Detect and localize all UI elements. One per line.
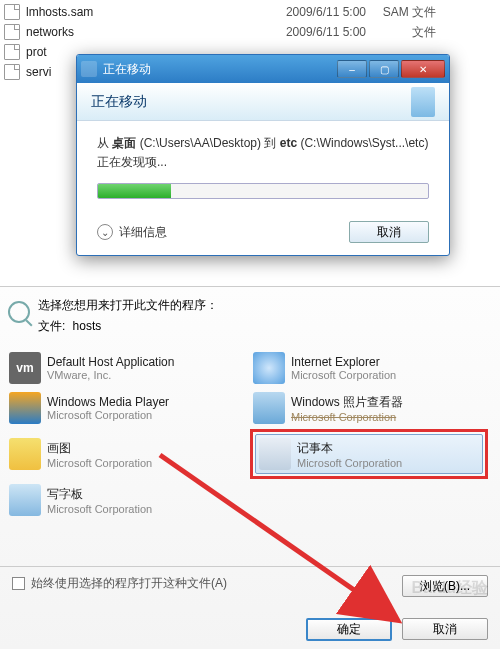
details-label: 详细信息	[119, 224, 167, 241]
dialog-banner: 正在移动	[77, 83, 449, 121]
wmp-icon	[9, 392, 41, 424]
dialog-title: 正在移动	[103, 61, 335, 78]
chevron-down-icon: ⌄	[97, 224, 113, 240]
minimize-button[interactable]: –	[337, 60, 367, 78]
program-windows-photo-viewer[interactable]: Windows 照片查看器Microsoft Corporation	[250, 389, 488, 427]
search-icon	[8, 301, 30, 323]
open-with-file: 文件: hosts	[38, 318, 218, 335]
file-type: SAM 文件	[376, 4, 436, 21]
file-icon	[4, 24, 20, 40]
cancel-button[interactable]: 取消	[402, 618, 488, 640]
program-grid: vm Default Host ApplicationVMware, Inc. …	[0, 343, 500, 523]
file-date: 2009/6/11 5:00	[256, 5, 366, 19]
open-with-prompt: 选择您想用来打开此文件的程序：	[38, 297, 218, 314]
cancel-button[interactable]: 取消	[349, 221, 429, 243]
watermark: Baidu经验	[412, 578, 488, 599]
discovering-text: 正在发现项...	[97, 154, 429, 171]
move-dialog: 正在移动 – ▢ ✕ 正在移动 从 桌面 (C:\Users\AA\Deskto…	[76, 54, 450, 256]
vmware-icon: vm	[9, 352, 41, 384]
file-name: lmhosts.sam	[26, 5, 256, 19]
open-with-header: 选择您想用来打开此文件的程序： 文件: hosts	[0, 287, 500, 343]
close-button[interactable]: ✕	[401, 60, 445, 78]
file-icon	[4, 64, 20, 80]
photo-viewer-icon	[253, 392, 285, 424]
program-wordpad[interactable]: 写字板Microsoft Corporation	[6, 481, 244, 519]
banner-graphic	[411, 87, 435, 117]
move-path-text: 从 桌面 (C:\Users\AA\Desktop) 到 etc (C:\Win…	[97, 135, 429, 152]
paint-icon	[9, 438, 41, 470]
file-icon	[4, 4, 20, 20]
program-default-host-application[interactable]: vm Default Host ApplicationVMware, Inc.	[6, 349, 244, 387]
notepad-icon	[259, 438, 291, 470]
progress-fill	[98, 184, 171, 198]
banner-text: 正在移动	[91, 93, 147, 111]
program-notepad[interactable]: 记事本Microsoft Corporation	[255, 434, 483, 474]
file-date: 2009/6/11 5:00	[256, 25, 366, 39]
details-toggle[interactable]: ⌄ 详细信息	[97, 224, 167, 241]
file-type: 文件	[376, 24, 436, 41]
file-row[interactable]: lmhosts.sam 2009/6/11 5:00 SAM 文件	[4, 2, 496, 22]
file-row[interactable]: networks 2009/6/11 5:00 文件	[4, 22, 496, 42]
ie-icon	[253, 352, 285, 384]
always-use-label: 始终使用选择的程序打开这种文件(A)	[31, 575, 227, 592]
program-paint[interactable]: 画图Microsoft Corporation	[6, 429, 244, 479]
maximize-button[interactable]: ▢	[369, 60, 399, 78]
wordpad-icon	[9, 484, 41, 516]
file-name: networks	[26, 25, 256, 39]
always-use-checkbox[interactable]	[12, 577, 25, 590]
titlebar[interactable]: 正在移动 – ▢ ✕	[77, 55, 449, 83]
dialog-body: 从 桌面 (C:\Users\AA\Desktop) 到 etc (C:\Win…	[77, 121, 449, 213]
program-internet-explorer[interactable]: Internet ExplorerMicrosoft Corporation	[250, 349, 488, 387]
dialog-footer: ⌄ 详细信息 取消	[77, 213, 449, 255]
highlight-frame: 记事本Microsoft Corporation	[250, 429, 488, 479]
program-windows-media-player[interactable]: Windows Media PlayerMicrosoft Corporatio…	[6, 389, 244, 427]
file-icon	[4, 44, 20, 60]
progress-bar	[97, 183, 429, 199]
dialog-icon	[81, 61, 97, 77]
ok-button[interactable]: 确定	[306, 618, 392, 641]
